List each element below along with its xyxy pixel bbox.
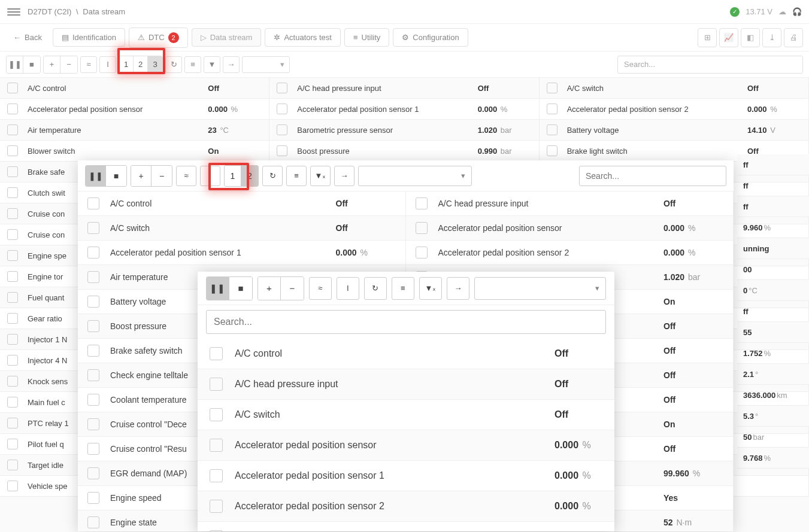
list-icon-2[interactable]: ≡ [286, 166, 307, 186]
grid-cell[interactable]: A/C head pressure input Off [269, 78, 539, 99]
checkbox[interactable] [7, 166, 18, 177]
grid2-cell[interactable]: A/C head pressure input Off [406, 191, 734, 216]
checkbox[interactable] [87, 467, 99, 479]
reset-icon-3[interactable]: ≈ [309, 277, 332, 300]
export-icon[interactable]: ⤓ [762, 28, 781, 47]
checkbox[interactable] [210, 500, 223, 513]
grid-cell[interactable]: Barometric pressure sensor 1.020 bar [269, 120, 539, 141]
grid2-cell[interactable]: Accelerator pedal position sensor 1 0.00… [78, 241, 406, 265]
checkbox[interactable] [210, 408, 223, 421]
checkbox[interactable] [210, 378, 223, 391]
graph-icon[interactable]: 📈 [719, 28, 738, 47]
search-input-2[interactable] [579, 166, 726, 186]
list-icon-3[interactable]: ≡ [392, 277, 414, 300]
checkbox[interactable] [547, 83, 557, 93]
checkbox[interactable] [7, 187, 18, 198]
checkbox[interactable] [87, 320, 99, 332]
list3-row[interactable]: A/C control Off [198, 339, 614, 369]
grid-cell[interactable]: Accelerator pedal position sensor 2 0.00… [540, 99, 809, 120]
grid-cell[interactable]: Blower switch On [0, 141, 269, 162]
checkbox[interactable] [547, 145, 557, 156]
pause-button[interactable]: ❚❚ [7, 56, 23, 73]
checkbox[interactable] [87, 296, 99, 308]
checkbox[interactable] [7, 292, 18, 303]
checkbox[interactable] [87, 443, 99, 455]
refresh-icon[interactable]: ↻ [165, 56, 182, 73]
checkbox[interactable] [277, 145, 287, 156]
reset-icon[interactable]: ≈ [80, 56, 97, 73]
tab-actuators[interactable]: ✲Actuators test [265, 28, 340, 47]
add-button-2[interactable]: + [131, 166, 152, 186]
remove-button-2[interactable]: − [152, 166, 172, 186]
checkbox[interactable] [210, 439, 223, 452]
list3-row[interactable]: A/C head pressure input Off [198, 369, 614, 400]
checkbox[interactable] [210, 347, 223, 360]
col2-1[interactable]: 1 [225, 166, 241, 186]
refresh-icon-2[interactable]: ↻ [262, 166, 283, 186]
list3-row[interactable]: Accelerator pedal position sensor 2 0.00… [198, 491, 614, 522]
tab-configuration[interactable]: ⚙Configuration [393, 28, 468, 47]
tab-identification[interactable]: ▤Identification [53, 28, 125, 47]
snapshot-icon[interactable]: ◧ [741, 28, 760, 47]
refresh-icon-3[interactable]: ↻ [364, 277, 387, 300]
tab-dtc[interactable]: ⚠DTC2 [129, 28, 188, 48]
grid2-cell[interactable]: A/C switch Off [78, 216, 406, 241]
grid2-cell[interactable]: A/C control Off [78, 191, 406, 216]
checkbox[interactable] [7, 481, 18, 491]
reset-icon-2[interactable]: ≈ [176, 166, 196, 186]
checkbox[interactable] [547, 124, 557, 135]
checkbox[interactable] [7, 104, 18, 114]
checkbox[interactable] [210, 530, 223, 531]
search-input[interactable] [617, 56, 803, 74]
grid-cell[interactable]: Air temperature 23 °C [0, 120, 269, 141]
checkbox[interactable] [87, 516, 99, 528]
filter-icon[interactable]: ▼ [204, 56, 220, 73]
checkbox[interactable] [87, 247, 99, 259]
cloud-icon[interactable]: ☁ [778, 7, 786, 16]
checkbox[interactable] [7, 83, 18, 93]
checkbox[interactable] [7, 250, 18, 261]
arrow-icon-3[interactable]: → [447, 277, 469, 300]
checkbox[interactable] [87, 197, 99, 209]
col-3[interactable]: 3 [148, 56, 162, 73]
headset-icon[interactable]: 🎧 [792, 7, 802, 16]
checkbox[interactable] [277, 124, 287, 135]
arrow-icon[interactable]: → [223, 56, 240, 73]
stop-button-2[interactable]: ■ [106, 166, 126, 186]
checkbox[interactable] [87, 345, 99, 357]
stop-button[interactable]: ■ [23, 56, 40, 73]
menu-icon[interactable] [7, 5, 20, 19]
checkbox[interactable] [87, 271, 99, 283]
grid-cell[interactable]: Accelerator pedal position sensor 0.000 … [0, 99, 269, 120]
grid2-cell[interactable]: Accelerator pedal position sensor 0.000 … [406, 216, 734, 241]
search-input-3[interactable] [206, 310, 606, 334]
remove-button[interactable]: − [60, 56, 77, 73]
checkbox[interactable] [7, 145, 18, 156]
arrow-icon-2[interactable]: → [334, 166, 354, 186]
checkbox[interactable] [87, 492, 99, 504]
text-icon-3[interactable]: I [337, 277, 359, 300]
list3-row[interactable]: A/C switch Off [198, 400, 614, 430]
checkbox[interactable] [7, 334, 18, 345]
checkbox[interactable] [7, 376, 18, 387]
back-button[interactable]: ← Back [6, 29, 49, 45]
col-1[interactable]: 1 [119, 56, 134, 73]
checkbox[interactable] [547, 104, 557, 114]
grid-cell[interactable]: Boost pressure 0.990 bar [269, 141, 539, 162]
grid-icon[interactable]: ⊞ [698, 28, 717, 47]
pause-button-3[interactable]: ❚❚ [207, 277, 229, 300]
text-icon-2[interactable]: I [200, 166, 220, 186]
checkbox[interactable] [7, 418, 18, 428]
add-button-3[interactable]: + [258, 277, 281, 300]
grid2-cell[interactable]: Accelerator pedal position sensor 2 0.00… [406, 241, 734, 265]
list3-row[interactable]: Air temperature 23 °C [198, 522, 614, 531]
stop-button-3[interactable]: ■ [229, 277, 252, 300]
checkbox[interactable] [7, 397, 18, 408]
checkbox[interactable] [416, 247, 428, 259]
checkbox[interactable] [7, 460, 18, 470]
checkbox[interactable] [7, 229, 18, 240]
checkbox[interactable] [87, 222, 99, 234]
add-button[interactable]: + [44, 56, 60, 73]
grid-cell[interactable]: A/C control Off [0, 78, 269, 99]
col2-2[interactable]: 2 [241, 166, 258, 186]
